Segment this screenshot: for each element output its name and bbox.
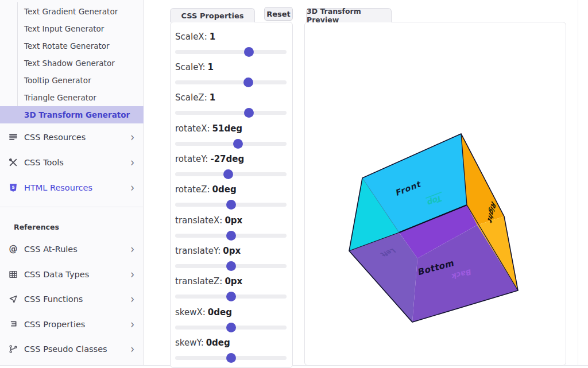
sidebar-item-3d-transform-generator[interactable]: 3D Transform Generator [0, 106, 144, 123]
chevron-right-icon: › [130, 181, 134, 193]
sidebar-item-css-tools[interactable]: CSS Tools › [0, 153, 144, 172]
slider-label: ScaleY:1 [175, 62, 288, 72]
css-properties-panel: ScaleX:1 ScaleY:1 ScaleZ:1 rotateX:51deg… [170, 22, 293, 368]
scalex-slider-thumb[interactable] [244, 47, 254, 57]
chevron-right-icon: › [130, 343, 134, 355]
sidebar-item-css-properties[interactable]: CSS Properties › [0, 315, 144, 334]
sidebar-item-text-rotate-generator[interactable]: Text Rotate Generator [0, 37, 144, 55]
slider-label: translateY:0px [175, 246, 288, 256]
skewx-slider-thumb[interactable] [226, 323, 236, 332]
slider-label: rotateX:51deg [175, 123, 288, 134]
scaley-slider-track[interactable] [175, 80, 287, 84]
slider-label: skewY:0deg [175, 338, 288, 348]
rotatez-slider-track[interactable] [175, 203, 287, 207]
slider-row-translatex: translateX:0px [175, 215, 288, 245]
3d-cube-preview: Front Top Right Bottom Back Left [304, 0, 580, 368]
slider-row-rotatey: rotateY:-27deg [175, 154, 288, 184]
sidebar-item-css-data-types[interactable]: CSS Data Types › [0, 265, 144, 284]
chevron-right-icon: › [130, 131, 134, 143]
rotatex-slider-thumb[interactable] [233, 139, 243, 149]
sidebar-item-text-gradient-generator[interactable]: Text Gradient Generator [0, 3, 144, 20]
slider-row-skewx: skewX:0deg [175, 307, 288, 337]
slider-row-translatez: translateZ:0px [175, 276, 288, 306]
translatey-slider-thumb[interactable] [226, 261, 236, 271]
scaley-slider-thumb[interactable] [243, 78, 253, 87]
sidebar-item-tooltip-generator[interactable]: Tooltip Generator [0, 72, 144, 89]
rotatex-slider-track[interactable] [175, 142, 287, 146]
chevron-right-icon: › [130, 318, 134, 330]
sidebar-item-label: CSS Tools [24, 158, 130, 167]
slider-label: skewX:0deg [175, 307, 288, 317]
tab-css-properties[interactable]: CSS Properties [170, 8, 255, 22]
slider-label: translateX:0px [175, 215, 288, 226]
sidebar-item-label: CSS Pseudo Classes [24, 344, 130, 354]
references-header: References [14, 223, 59, 231]
slider-row-rotatex: rotateX:51deg [175, 123, 288, 153]
chevron-right-icon: › [130, 243, 134, 255]
sidebar-item-label: CSS At-Rules [24, 245, 130, 254]
sidebar: Text Gradient Generator Text Input Gener… [0, 0, 144, 365]
slider-label: translateZ:0px [175, 276, 288, 286]
slider-label: ScaleZ:1 [175, 92, 288, 103]
slider-label: rotateY:-27deg [175, 154, 288, 164]
slider-row-scaley: ScaleY:1 [175, 62, 288, 92]
sidebar-item-css-resources[interactable]: CSS Resources › [0, 128, 144, 146]
slider-row-scalex: ScaleX:1 [175, 32, 288, 61]
sidebar-item-label: CSS Functions [24, 295, 130, 304]
list-lines-icon [8, 132, 18, 142]
tab-3d-transform-preview[interactable]: 3D Transform Preview [306, 8, 392, 22]
translatez-slider-thumb[interactable] [226, 292, 236, 301]
sidebar-divider [0, 207, 144, 207]
slider-row-scalez: ScaleZ:1 [175, 92, 288, 122]
slider-label: ScaleX:1 [175, 32, 288, 42]
translatey-slider-track[interactable] [175, 264, 287, 268]
sidebar-item-triangle-generator[interactable]: Triangle Generator [0, 89, 144, 106]
chevron-right-icon: › [130, 156, 134, 168]
rotatey-slider-thumb[interactable] [223, 169, 233, 179]
slider-label: rotateZ:0deg [175, 184, 288, 195]
rotatez-slider-thumb[interactable] [226, 200, 236, 210]
translatez-slider-track[interactable] [175, 295, 287, 299]
scalez-slider-track[interactable] [175, 111, 287, 115]
sidebar-item-label: HTML Resources [24, 183, 130, 192]
reset-button[interactable]: Reset [264, 7, 293, 21]
branch-icon [8, 344, 18, 354]
slider-row-rotatez: rotateZ:0deg [175, 184, 288, 214]
html5-shield-icon: 5 [8, 183, 18, 193]
sidebar-item-css-at-rules[interactable]: @ CSS At-Rules › [0, 240, 144, 258]
chevron-right-icon: › [130, 268, 134, 280]
send-triangle-icon [8, 294, 18, 304]
scalex-slider-track[interactable] [175, 50, 287, 54]
table-grid-icon [8, 269, 18, 280]
scalez-slider-thumb[interactable] [244, 108, 254, 118]
translatex-slider-track[interactable] [175, 234, 287, 238]
skewy-slider-thumb[interactable] [226, 353, 236, 363]
sidebar-item-label: CSS Resources [24, 133, 130, 142]
sidebar-item-label: CSS Data Types [24, 270, 130, 279]
sidebar-item-css-functions[interactable]: CSS Functions › [0, 290, 144, 308]
sidebar-item-text-input-generator[interactable]: Text Input Generator [0, 20, 144, 37]
slider-row-translatey: translateY:0px [175, 246, 288, 276]
rotatey-slider-track[interactable] [175, 172, 287, 176]
css-brackets-icon [8, 319, 18, 330]
sidebar-item-css-pseudo-classes[interactable]: CSS Pseudo Classes › [0, 340, 144, 358]
slider-row-skewy: skewY:0deg [175, 338, 288, 367]
svg-text:5: 5 [11, 185, 14, 190]
sidebar-item-label: CSS Properties [24, 320, 130, 329]
sidebar-item-text-shadow-generator[interactable]: Text Shadow Generator [0, 55, 144, 72]
tools-icon [8, 157, 18, 168]
at-sign-icon: @ [8, 244, 18, 254]
skewx-slider-track[interactable] [175, 326, 287, 330]
translatex-slider-thumb[interactable] [226, 231, 236, 241]
sidebar-item-html-resources[interactable]: 5 HTML Resources › [0, 179, 144, 197]
chevron-right-icon: › [130, 293, 134, 305]
skewy-slider-track[interactable] [175, 356, 287, 360]
